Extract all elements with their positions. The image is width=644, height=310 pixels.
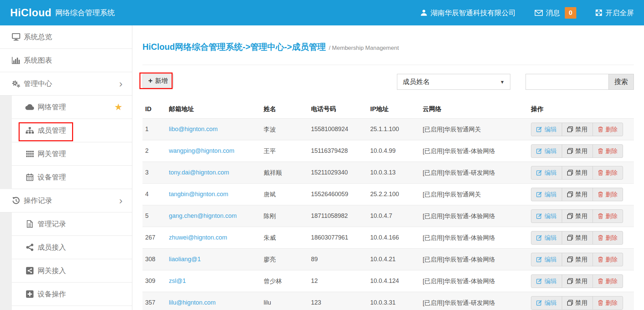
member-table-body: 1 libo@hignton.com 李波 15581008924 25.1.1…: [142, 119, 634, 310]
cell-network: [已启用]华辰智通-体验网络: [420, 249, 528, 270]
search-input[interactable]: [526, 74, 609, 90]
page-title: HiCloud网络综合管理系统->管理中心->成员管理: [142, 41, 326, 53]
sidebar-item-member-management[interactable]: 成员管理: [12, 119, 132, 142]
envelope-icon: [535, 10, 543, 16]
edit-button[interactable]: 编辑: [531, 296, 562, 309]
edit-button[interactable]: 编辑: [531, 210, 562, 223]
company-menu[interactable]: 湖南华辰智通科技有限公司: [420, 8, 516, 18]
delete-button[interactable]: 删除: [593, 145, 623, 158]
brand-suffix: 网络综合管理系统: [55, 8, 115, 18]
sidebar-item-device-management[interactable]: 设备管理: [12, 166, 132, 189]
table-row: 308 liaoliang@1 廖亮 89 10.0.4.21 [已启用]华辰智…: [142, 249, 634, 270]
col-header-actions: 操作: [528, 101, 634, 119]
cell-network: [已启用]华辰智通网关: [420, 184, 528, 205]
filter-selected-value: 成员姓名: [403, 77, 430, 86]
edit-icon: [536, 213, 542, 219]
delete-button[interactable]: 删除: [593, 210, 623, 223]
edit-button[interactable]: 编辑: [531, 145, 562, 158]
disable-button[interactable]: 禁用: [562, 145, 593, 158]
sidebar-item-management-center[interactable]: 管理中心 ›: [0, 72, 132, 96]
edit-button[interactable]: 编辑: [531, 275, 562, 288]
calendar-icon: [25, 173, 34, 181]
delete-button[interactable]: 删除: [593, 296, 623, 309]
disable-button[interactable]: 禁用: [562, 253, 593, 266]
delete-button[interactable]: 删除: [593, 231, 623, 244]
member-email-link[interactable]: lilu@hignton.com: [169, 299, 216, 306]
disable-button[interactable]: 禁用: [562, 296, 593, 309]
delete-button[interactable]: 删除: [593, 188, 623, 201]
brand-logo[interactable]: HiCloud: [10, 7, 51, 19]
edit-button[interactable]: 编辑: [531, 123, 562, 136]
disable-button[interactable]: 禁用: [562, 210, 593, 223]
history-icon: [12, 197, 20, 205]
disable-button[interactable]: 禁用: [562, 166, 593, 179]
search-group: 搜索: [526, 74, 634, 90]
fullscreen-toggle[interactable]: 开启全屏: [595, 8, 634, 18]
member-email-link[interactable]: zhuwei@hignton.com: [169, 234, 227, 241]
cell-name: lilu: [261, 292, 308, 310]
search-button[interactable]: 搜索: [609, 74, 634, 90]
sidebar-item-gateway-management[interactable]: 网关管理: [12, 142, 132, 166]
sidebar-item-device-operations[interactable]: 设备操作: [12, 283, 132, 306]
trash-icon: [598, 213, 603, 219]
disable-button[interactable]: 禁用: [562, 275, 593, 288]
sidebar-item-gateway-access[interactable]: 网关接入: [12, 259, 132, 283]
member-email-link[interactable]: wangping@hignton.com: [169, 147, 234, 154]
filter-field-select[interactable]: 成员姓名 ▼: [397, 74, 510, 90]
member-email-link[interactable]: gang.chen@hignton.com: [169, 212, 237, 219]
delete-button[interactable]: 删除: [593, 275, 623, 288]
cell-ip: 10.0.4.7: [368, 205, 420, 227]
row-actions: 编辑 禁用 删除: [531, 296, 623, 310]
disable-button[interactable]: 禁用: [562, 188, 593, 201]
cell-ip: 10.0.4.21: [368, 249, 420, 270]
toolbar-filters: 成员姓名 ▼ 搜索: [397, 74, 634, 90]
col-header-network: 云网络: [420, 101, 528, 119]
sidebar-item-network-management[interactable]: 网络管理 ★: [12, 96, 132, 119]
trash-icon: [598, 148, 603, 154]
edit-button[interactable]: 编辑: [531, 188, 562, 201]
member-email-link[interactable]: tangbin@hignton.com: [169, 191, 228, 198]
desktop-icon: [12, 33, 20, 41]
delete-button[interactable]: 删除: [593, 123, 623, 136]
sidebar-item-management-records[interactable]: 管理记录: [12, 212, 132, 236]
row-actions: 编辑 禁用 删除: [531, 209, 623, 223]
member-email-link[interactable]: zsl@1: [169, 277, 186, 284]
table-row: 267 zhuwei@hignton.com 朱威 18603077961 10…: [142, 227, 634, 249]
row-actions: 编辑 禁用 删除: [531, 188, 623, 201]
cell-phone: 15526460059: [308, 184, 368, 205]
trash-icon: [598, 256, 603, 262]
table-row: 357 lilu@hignton.com lilu 123 10.0.3.31 …: [142, 292, 634, 310]
delete-button[interactable]: 删除: [593, 166, 623, 179]
cell-id: 357: [142, 292, 166, 310]
disable-button[interactable]: 禁用: [562, 123, 593, 136]
sidebar-item-system-overview[interactable]: 系统总览: [0, 25, 132, 49]
col-header-name: 姓名: [261, 101, 308, 119]
col-header-email: 邮箱地址: [166, 101, 261, 119]
chevron-right-icon: ›: [119, 79, 123, 89]
cell-phone: 12: [308, 270, 368, 292]
breadcrumb: HiCloud网络综合管理系统->管理中心->成员管理 / Membership…: [142, 25, 634, 65]
add-member-button[interactable]: + 新增: [142, 74, 174, 88]
company-name: 湖南华辰智通科技有限公司: [430, 8, 516, 18]
sidebar-item-system-charts[interactable]: 系统图表: [0, 49, 132, 72]
sidebar-item-operation-records[interactable]: 操作记录 ›: [0, 189, 132, 212]
cell-id: 2: [142, 140, 166, 162]
member-email-link[interactable]: tony.dai@hignton.com: [169, 169, 229, 176]
member-table: ID 邮箱地址 姓名 电话号码 IP地址 云网络 操作 1 libo@hignt…: [142, 101, 634, 310]
member-email-link[interactable]: libo@hignton.com: [169, 126, 218, 132]
messages-label: 消息: [546, 8, 560, 18]
cell-id: 267: [142, 227, 166, 249]
cell-ip: 10.0.4.124: [368, 270, 420, 292]
cell-ip: 10.0.3.13: [368, 162, 420, 184]
delete-button[interactable]: 删除: [593, 253, 623, 266]
messages-menu[interactable]: 消息 0: [535, 7, 576, 19]
edit-button[interactable]: 编辑: [531, 253, 562, 266]
col-header-phone: 电话号码: [308, 101, 368, 119]
disable-button[interactable]: 禁用: [562, 231, 593, 244]
edit-button[interactable]: 编辑: [531, 166, 562, 179]
edit-button[interactable]: 编辑: [531, 231, 562, 244]
cell-ip: 25.2.2.100: [368, 184, 420, 205]
sidebar-item-member-access[interactable]: 成员接入: [12, 236, 132, 259]
member-email-link[interactable]: liaoliang@1: [169, 256, 201, 263]
cell-id: 1: [142, 119, 166, 140]
